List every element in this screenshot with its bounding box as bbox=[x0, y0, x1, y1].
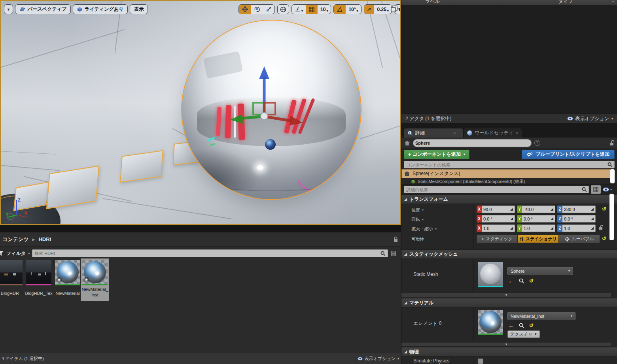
content-view-options-button[interactable]: 表示オプション ▾ bbox=[358, 356, 399, 362]
world-coordinate-button[interactable] bbox=[277, 4, 289, 14]
viewport-options-button[interactable]: ▾ bbox=[4, 4, 13, 14]
details-view-options-button[interactable]: ▾ bbox=[603, 187, 612, 192]
reset-material-icon[interactable]: ↺ bbox=[529, 323, 534, 328]
angle-snap-value-button[interactable]: 10° ▾ bbox=[345, 5, 361, 14]
asset-label[interactable]: NewMaterial bbox=[53, 291, 83, 296]
reset-mobility-icon[interactable]: ↺ bbox=[602, 236, 606, 241]
scale-label[interactable]: 拡大・縮小 ▾ bbox=[411, 226, 437, 232]
actor-name-field[interactable] bbox=[413, 139, 532, 147]
filter-funnel-icon[interactable] bbox=[0, 251, 4, 256]
scale-y-field[interactable]: Y 1.0◢ bbox=[517, 224, 555, 232]
static-mesh-thumbnail[interactable] bbox=[478, 262, 503, 287]
property-matrix-button[interactable] bbox=[591, 185, 601, 194]
drag-spinner-icon[interactable]: ◢ bbox=[591, 217, 594, 221]
help-icon[interactable]: ? bbox=[534, 140, 540, 146]
rotate-tool-button[interactable] bbox=[251, 5, 263, 14]
details-search-field[interactable] bbox=[404, 186, 589, 193]
save-search-icon[interactable] bbox=[390, 251, 396, 256]
actor-name-input[interactable] bbox=[413, 140, 531, 147]
sort-caret-icon[interactable]: ▾ bbox=[612, 0, 614, 3]
drag-spinner-icon[interactable]: ◢ bbox=[551, 226, 553, 230]
component-row-staticmesh[interactable]: StaticMeshComponent (StaticMeshComponent… bbox=[401, 179, 611, 184]
location-y-value[interactable]: -40.0 bbox=[524, 207, 534, 212]
scene-box[interactable] bbox=[46, 166, 99, 209]
component-row-sphere-instance[interactable]: Sphere(インスタンス) bbox=[401, 169, 611, 178]
scale-lock-icon[interactable] bbox=[598, 224, 603, 230]
scale-tool-button[interactable] bbox=[263, 5, 274, 14]
drag-spinner-icon[interactable]: ◢ bbox=[510, 217, 513, 221]
angle-snap-toggle[interactable] bbox=[334, 5, 345, 14]
scale-x-field[interactable]: X 1.0◢ bbox=[477, 224, 515, 232]
asset-label-selected[interactable]: NewMaterial_Inst bbox=[81, 287, 109, 298]
component-search-field[interactable] bbox=[404, 161, 615, 168]
location-label[interactable]: 位置 ▾ bbox=[411, 207, 424, 213]
asset-search-field[interactable] bbox=[32, 249, 388, 257]
browse-to-asset-icon[interactable] bbox=[519, 278, 524, 284]
use-selected-asset-icon[interactable]: ← bbox=[508, 322, 514, 329]
location-x-value[interactable]: 90.0 bbox=[483, 207, 492, 212]
mobility-static-button[interactable]: ● スタティック bbox=[477, 235, 518, 243]
section-physics[interactable]: ◢ 物理 bbox=[401, 347, 617, 356]
asset-thumbnail-newmaterial[interactable]: ★ bbox=[55, 260, 80, 285]
drag-spinner-icon[interactable]: ◢ bbox=[551, 207, 553, 211]
close-tab-icon[interactable]: × bbox=[516, 131, 518, 136]
location-z-value[interactable]: 330.0 bbox=[564, 207, 575, 212]
material-dropdown[interactable]: NewMaterial_Inst ▾ bbox=[507, 312, 575, 320]
simulate-physics-checkbox[interactable] bbox=[478, 358, 483, 364]
rotation-x-value[interactable]: 0.0 ° bbox=[483, 217, 492, 221]
drag-spinner-icon[interactable]: ◢ bbox=[551, 217, 553, 221]
scale-z-value[interactable]: 1.0 bbox=[564, 226, 570, 231]
drag-spinner-icon[interactable]: ◢ bbox=[591, 207, 594, 211]
material-thumbnail[interactable] bbox=[478, 310, 503, 335]
asset-search-input[interactable] bbox=[32, 250, 380, 257]
asset-thumbnail-bloghdr-tex[interactable] bbox=[26, 260, 51, 285]
location-x-field[interactable]: X 90.0◢ bbox=[477, 206, 515, 213]
filter-label[interactable]: フィルタ bbox=[6, 250, 26, 257]
breadcrumb-root[interactable]: コンテンツ bbox=[2, 236, 29, 243]
details-scrollbar[interactable] bbox=[609, 194, 614, 240]
use-selected-asset-icon[interactable]: ← bbox=[508, 277, 514, 284]
view-mode-button[interactable]: ライティングあり bbox=[73, 4, 128, 14]
outliner-column-type[interactable]: タイプ bbox=[558, 0, 573, 5]
scale-snap-toggle[interactable]: ↗ bbox=[364, 5, 374, 14]
static-mesh-expander[interactable]: ▼ bbox=[401, 293, 611, 297]
tab-world-settings[interactable]: ワールドセッティング × bbox=[464, 128, 522, 138]
details-search-input[interactable] bbox=[404, 186, 582, 193]
static-mesh-dropdown[interactable]: Sphere ▾ bbox=[507, 267, 573, 275]
close-tab-icon[interactable]: × bbox=[453, 131, 456, 136]
browse-to-asset-icon[interactable] bbox=[519, 323, 524, 328]
rotation-label[interactable]: 回転 ▾ bbox=[411, 217, 424, 223]
rotation-y-value[interactable]: 0.0 ° bbox=[524, 217, 533, 221]
asset-label[interactable]: BlogHDR_Tex bbox=[24, 291, 54, 296]
scale-y-value[interactable]: 1.0 bbox=[524, 226, 530, 231]
add-component-button[interactable]: + コンポーネントを追加 ▾ bbox=[404, 150, 469, 159]
section-transform[interactable]: ◢ トランスフォーム bbox=[401, 194, 617, 204]
scale-x-value[interactable]: 1.0 bbox=[483, 226, 489, 231]
section-material[interactable]: ◢ マテリアル bbox=[401, 298, 617, 307]
rotation-x-field[interactable]: X 0.0 °◢ bbox=[477, 215, 515, 223]
add-blueprint-button[interactable]: ブループリント/スクリプトを追加 bbox=[522, 150, 615, 159]
move-tool-button[interactable] bbox=[239, 5, 251, 14]
location-z-field[interactable]: Z 330.0◢ bbox=[557, 206, 596, 213]
asset-thumbnail-newmaterial-inst[interactable]: ★ bbox=[82, 260, 108, 285]
section-static-mesh[interactable]: ◢ スタティックメッシュ bbox=[401, 249, 617, 259]
drag-spinner-icon[interactable]: ◢ bbox=[510, 226, 513, 230]
tab-details[interactable]: i 詳細 × bbox=[404, 128, 463, 138]
texture-dropdown-button[interactable]: テクスチャ ▼ bbox=[507, 330, 540, 338]
rotation-y-field[interactable]: Y 0.0 °◢ bbox=[517, 215, 555, 223]
drag-spinner-icon[interactable]: ◢ bbox=[510, 207, 513, 211]
rotation-z-value[interactable]: 0.0 ° bbox=[564, 217, 573, 221]
move-gizmo[interactable] bbox=[229, 65, 305, 126]
outliner-view-options-button[interactable]: 表示オプション ▾ bbox=[567, 115, 613, 122]
mobility-stationary-button[interactable]: ステイショナリ bbox=[518, 235, 559, 243]
reset-location-icon[interactable]: ↺ bbox=[602, 206, 606, 212]
grid-snap-toggle[interactable] bbox=[306, 5, 317, 14]
surface-snap-button[interactable]: ▾ bbox=[292, 5, 306, 14]
reset-mesh-icon[interactable]: ↺ bbox=[529, 278, 534, 284]
scene-box[interactable] bbox=[120, 150, 163, 183]
perspective-button[interactable]: パースペクティブ bbox=[15, 4, 71, 14]
asset-label[interactable]: BlogHDR bbox=[0, 291, 23, 296]
scale-snap-value-button[interactable]: 0.25 ▾ bbox=[374, 5, 391, 14]
material-expander[interactable]: ▼ bbox=[401, 342, 611, 347]
breadcrumb-current[interactable]: HDRI bbox=[38, 236, 51, 242]
